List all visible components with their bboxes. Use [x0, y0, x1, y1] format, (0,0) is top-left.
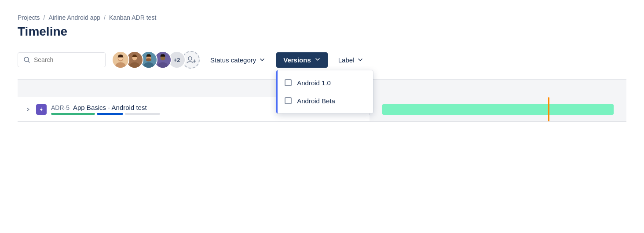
progress-bar-blue — [97, 113, 123, 115]
svg-line-1 — [28, 61, 29, 62]
status-category-label: Status category — [210, 56, 256, 64]
label-filter-label: Label — [338, 56, 355, 64]
issue-row-content: ADR-5 App Basics - Android test — [51, 104, 160, 115]
timeline-header-right — [370, 80, 626, 97]
versions-item-android-10[interactable]: Android 1.0 — [278, 74, 373, 92]
versions-item-android-beta[interactable]: Android Beta — [278, 92, 373, 110]
status-category-chevron-icon — [259, 56, 266, 63]
versions-chevron-icon — [315, 56, 321, 64]
breadcrumb-sep-2: / — [104, 14, 106, 21]
breadcrumb-kanban[interactable]: Kanban ADR test — [109, 14, 156, 21]
issue-icon — [36, 104, 47, 115]
progress-bar-green — [51, 113, 95, 115]
label-chevron-icon — [357, 56, 364, 63]
timeline-bar-today-indicator — [548, 97, 549, 121]
avatar-group: +2 — [112, 51, 200, 69]
label-button[interactable]: Label — [332, 53, 370, 67]
versions-button[interactable]: Versions — [276, 52, 328, 68]
breadcrumb: Projects / Airline Android app / Kanban … — [18, 14, 626, 21]
timeline-bar — [382, 104, 614, 115]
breadcrumb-projects[interactable]: Projects — [18, 14, 40, 21]
avatar-1[interactable] — [112, 51, 129, 69]
progress-bar-gray — [125, 113, 160, 115]
issue-key: ADR-5 — [51, 104, 70, 111]
search-box[interactable] — [18, 52, 106, 67]
avatar-1-img — [113, 51, 128, 69]
toolbar: +2 Status category — [18, 51, 626, 69]
versions-dropdown-menu: Android 1.0 Android Beta — [276, 70, 373, 113]
progress-bars — [51, 113, 160, 115]
versions-checkbox-android-10[interactable] — [285, 79, 292, 86]
svg-point-12 — [146, 58, 152, 61]
versions-item-android-10-label: Android 1.0 — [297, 79, 331, 87]
search-icon — [23, 56, 30, 63]
add-user-icon — [186, 55, 196, 65]
timeline-row-right — [370, 97, 626, 121]
versions-label: Versions — [283, 56, 311, 64]
versions-checkbox-android-beta[interactable] — [285, 97, 292, 104]
lightning-icon — [38, 106, 44, 113]
breadcrumb-airline[interactable]: Airline Android app — [48, 14, 100, 21]
page-container: Projects / Airline Android app / Kanban … — [0, 0, 644, 233]
issue-title: App Basics - Android test — [73, 104, 147, 111]
versions-item-android-beta-label: Android Beta — [297, 97, 335, 105]
search-input[interactable] — [34, 56, 100, 63]
expand-icon[interactable] — [25, 107, 32, 112]
status-category-button[interactable]: Status category — [204, 53, 272, 67]
breadcrumb-sep-1: / — [44, 14, 45, 21]
versions-dropdown-container: Versions Android 1.0 Android Beta — [276, 52, 328, 68]
page-title: Timeline — [18, 25, 626, 39]
svg-point-16 — [188, 57, 192, 60]
